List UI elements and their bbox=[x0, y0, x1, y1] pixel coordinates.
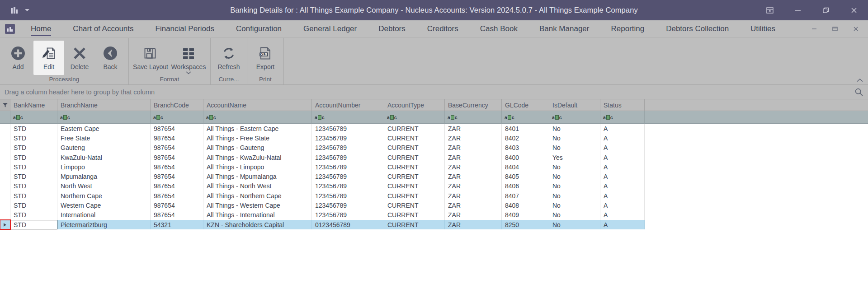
cell-status[interactable]: A bbox=[600, 182, 645, 191]
row-indicator-current[interactable] bbox=[0, 220, 10, 229]
cell-branchcode[interactable]: 987654 bbox=[151, 182, 203, 191]
filter-cell-bankname[interactable]: ac bbox=[10, 111, 57, 124]
column-header-accounttype[interactable]: AccountType bbox=[384, 99, 445, 111]
cell-accountnumber[interactable]: 123456789 bbox=[312, 124, 384, 133]
filter-cell-branchcode[interactable]: ac bbox=[151, 111, 203, 124]
cell-bankname[interactable]: STD bbox=[10, 153, 57, 162]
cell-accounttype[interactable]: CURRENT bbox=[384, 200, 445, 210]
cell-status[interactable]: A bbox=[600, 133, 645, 143]
restore-icon[interactable] bbox=[812, 0, 840, 20]
column-header-accountname[interactable]: AccountName bbox=[203, 99, 312, 111]
cell-branchcode[interactable]: 987654 bbox=[151, 172, 203, 181]
cell-isdefault[interactable]: No bbox=[549, 210, 600, 220]
minimize-icon[interactable] bbox=[784, 0, 812, 20]
cell-accountnumber[interactable]: 123456789 bbox=[312, 191, 384, 200]
cell-accounttype[interactable]: CURRENT bbox=[384, 172, 445, 181]
cell-status[interactable]: A bbox=[600, 153, 645, 162]
cell-accountnumber[interactable]: 123456789 bbox=[312, 143, 384, 153]
filter-cell-accounttype[interactable]: ac bbox=[384, 111, 445, 124]
filter-cell-glcode[interactable]: ac bbox=[502, 111, 549, 124]
cell-accountnumber[interactable]: 123456789 bbox=[312, 172, 384, 181]
cell-basecurrency[interactable]: ZAR bbox=[445, 133, 502, 143]
cell-branchname[interactable]: North West bbox=[57, 182, 151, 191]
cell-branchcode[interactable]: 987654 bbox=[151, 210, 203, 220]
cell-branchname[interactable]: Free State bbox=[57, 133, 151, 143]
group-by-panel[interactable]: Drag a column header here to group by th… bbox=[0, 85, 868, 99]
cell-bankname[interactable]: STD bbox=[10, 143, 57, 153]
cell-isdefault[interactable]: No bbox=[549, 124, 600, 133]
table-row[interactable]: STDFree State987654All Things - Free Sta… bbox=[0, 133, 868, 143]
ribbon-tab-financial-periods[interactable]: Financial Periods bbox=[145, 20, 225, 37]
collapse-ribbon-icon[interactable] bbox=[856, 78, 863, 83]
cell-status[interactable]: A bbox=[600, 191, 645, 200]
cell-branchcode[interactable]: 987654 bbox=[151, 200, 203, 210]
cell-accounttype[interactable]: CURRENT bbox=[384, 162, 445, 172]
cell-glcode[interactable]: 8403 bbox=[502, 143, 549, 153]
filter-cell-basecurrency[interactable]: ac bbox=[445, 111, 502, 124]
cell-bankname[interactable]: STD bbox=[10, 172, 57, 181]
row-indicator[interactable] bbox=[0, 210, 10, 220]
cell-branchcode[interactable]: 987654 bbox=[151, 143, 203, 153]
cell-accountnumber[interactable]: 123456789 bbox=[312, 200, 384, 210]
column-header-branchname[interactable]: BranchName bbox=[57, 99, 151, 111]
cell-accountname[interactable]: All Things - Eastern Cape bbox=[203, 124, 312, 133]
cell-editor-bankname[interactable]: STD bbox=[10, 220, 57, 229]
cell-branchname[interactable]: International bbox=[57, 210, 151, 220]
ribbon-tab-utilities[interactable]: Utilities bbox=[740, 20, 786, 37]
cell-accountname[interactable]: All Things - Limpopo bbox=[203, 162, 312, 172]
table-row[interactable]: STDPietermariztburg54321KZN - Shareholde… bbox=[0, 220, 868, 229]
ribbon-tab-configuration[interactable]: Configuration bbox=[225, 20, 292, 37]
cell-basecurrency[interactable]: ZAR bbox=[445, 210, 502, 220]
cell-glcode[interactable]: 8406 bbox=[502, 182, 549, 191]
column-header-branchcode[interactable]: BranchCode bbox=[151, 99, 203, 111]
chevron-down-icon[interactable] bbox=[25, 9, 29, 11]
cell-branchname[interactable]: Limpopo bbox=[57, 162, 151, 172]
column-filter-icon[interactable] bbox=[0, 99, 10, 111]
cell-isdefault[interactable]: Yes bbox=[549, 153, 600, 162]
cell-branchcode[interactable]: 987654 bbox=[151, 162, 203, 172]
filter-cell-accountname[interactable]: ac bbox=[203, 111, 312, 124]
column-header-basecurrency[interactable]: BaseCurrency bbox=[445, 99, 502, 111]
cell-accounttype[interactable]: CURRENT bbox=[384, 124, 445, 133]
cell-accountname[interactable]: All Things - Mpumalanga bbox=[203, 172, 312, 181]
cell-accountnumber[interactable]: 0123456789 bbox=[312, 220, 384, 229]
doc-minimize-icon[interactable] bbox=[804, 22, 825, 36]
cell-status[interactable]: A bbox=[600, 143, 645, 153]
doc-close-icon[interactable] bbox=[845, 22, 866, 36]
column-header-glcode[interactable]: GLCode bbox=[502, 99, 549, 111]
ribbon-tab-chart-of-accounts[interactable]: Chart of Accounts bbox=[62, 20, 144, 37]
cell-accountname[interactable]: KZN - Shareholders Capital bbox=[203, 220, 312, 229]
row-indicator[interactable] bbox=[0, 172, 10, 181]
cell-branchname[interactable]: Mpumalanga bbox=[57, 172, 151, 181]
ribbon-tab-creditors[interactable]: Creditors bbox=[416, 20, 469, 37]
cell-basecurrency[interactable]: ZAR bbox=[445, 220, 502, 229]
cell-bankname[interactable]: STD bbox=[10, 182, 57, 191]
cell-accounttype[interactable]: CURRENT bbox=[384, 182, 445, 191]
cell-status[interactable]: A bbox=[600, 220, 645, 229]
cell-bankname[interactable]: STD bbox=[10, 210, 57, 220]
row-indicator[interactable] bbox=[0, 182, 10, 191]
export-button[interactable]: XLS Export bbox=[250, 41, 281, 75]
ribbon-tab-general-ledger[interactable]: General Ledger bbox=[292, 20, 368, 37]
filter-cell-isdefault[interactable]: ac bbox=[549, 111, 600, 124]
row-indicator[interactable] bbox=[0, 200, 10, 210]
cell-glcode[interactable]: 8400 bbox=[502, 153, 549, 162]
cell-branchname[interactable]: Gauteng bbox=[57, 143, 151, 153]
column-header-accountnumber[interactable]: AccountNumber bbox=[312, 99, 384, 111]
cell-basecurrency[interactable]: ZAR bbox=[445, 162, 502, 172]
cell-accounttype[interactable]: CURRENT bbox=[384, 220, 445, 229]
table-row[interactable]: STDWestern Cape987654All Things - Wester… bbox=[0, 200, 868, 210]
back-button[interactable]: Back bbox=[95, 41, 126, 75]
cell-glcode[interactable]: 8401 bbox=[502, 124, 549, 133]
cell-basecurrency[interactable]: ZAR bbox=[445, 124, 502, 133]
cell-basecurrency[interactable]: ZAR bbox=[445, 200, 502, 210]
close-icon[interactable] bbox=[840, 0, 868, 20]
table-row[interactable]: STDMpumalanga987654All Things - Mpumalan… bbox=[0, 172, 868, 181]
cell-accounttype[interactable]: CURRENT bbox=[384, 133, 445, 143]
cell-isdefault[interactable]: No bbox=[549, 220, 600, 229]
cell-accountnumber[interactable]: 123456789 bbox=[312, 182, 384, 191]
filter-cell-accountnumber[interactable]: ac bbox=[312, 111, 384, 124]
search-magnifier-icon[interactable] bbox=[854, 88, 863, 97]
delete-button[interactable]: Delete bbox=[64, 41, 95, 75]
chevron-down-icon[interactable] bbox=[185, 71, 192, 74]
